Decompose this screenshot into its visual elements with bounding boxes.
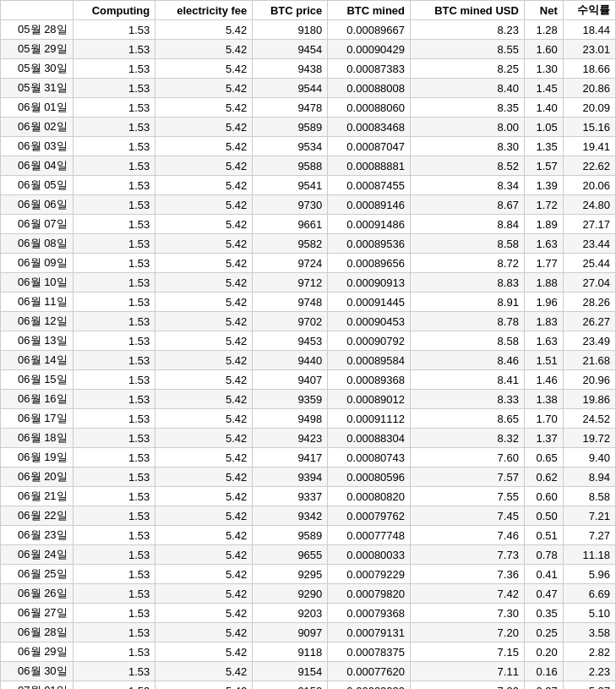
table-row: 06월 24일1.535.4296550.000800337.730.7811.… (1, 545, 616, 565)
table-cell-24-6: 0.60 (524, 487, 563, 506)
table-cell-0-6: 1.28 (524, 20, 563, 40)
table-row: 06월 22일1.535.4293420.000797627.450.507.2… (1, 506, 616, 526)
table-cell-8-4: 0.00087455 (328, 176, 411, 195)
table-cell-8-2: 5.42 (155, 176, 253, 195)
column-header-2: electricity fee (155, 1, 253, 20)
table-cell-15-4: 0.00090453 (328, 312, 411, 331)
table-cell-1-4: 0.00090429 (328, 40, 411, 59)
table-cell-34-2: 5.42 (155, 681, 253, 690)
table-cell-15-2: 5.42 (155, 312, 253, 331)
table-cell-16-5: 8.58 (411, 331, 525, 351)
table-cell-29-4: 0.00079820 (328, 584, 411, 604)
table-cell-7-7: 22.62 (563, 156, 615, 176)
table-row: 06월 10일1.535.4297120.000909138.831.8827.… (1, 273, 616, 293)
table-cell-20-3: 9498 (253, 409, 328, 429)
table-cell-25-3: 9342 (253, 506, 328, 526)
table-cell-5-5: 8.00 (411, 118, 525, 137)
table-cell-13-5: 8.83 (411, 273, 525, 293)
table-cell-10-3: 9661 (253, 215, 328, 234)
table-cell-13-3: 9712 (253, 273, 328, 293)
table-cell-15-7: 26.27 (563, 312, 615, 331)
table-cell-2-0: 05월 30일 (1, 59, 74, 79)
table-cell-2-3: 9438 (253, 59, 328, 79)
table-row: 06월 26일1.535.4292900.000798207.420.476.6… (1, 584, 616, 604)
table-cell-13-6: 1.88 (524, 273, 563, 293)
table-cell-21-6: 1.37 (524, 429, 563, 448)
table-cell-6-6: 1.35 (524, 137, 563, 156)
table-cell-29-3: 9290 (253, 584, 328, 604)
table-cell-19-5: 8.33 (411, 390, 525, 409)
table-cell-3-6: 1.45 (524, 79, 563, 98)
table-cell-18-4: 0.00089368 (328, 370, 411, 390)
table-cell-23-1: 1.53 (73, 468, 155, 487)
table-cell-8-5: 8.34 (411, 176, 525, 195)
table-cell-6-2: 5.42 (155, 137, 253, 156)
table-cell-33-4: 0.00077620 (328, 662, 411, 681)
table-cell-26-5: 7.46 (411, 526, 525, 545)
table-cell-13-1: 1.53 (73, 273, 155, 293)
table-cell-26-2: 5.42 (155, 526, 253, 545)
table-cell-4-3: 9478 (253, 98, 328, 118)
table-row: 06월 28일1.535.4290970.000791317.200.253.5… (1, 623, 616, 643)
table-cell-20-2: 5.42 (155, 409, 253, 429)
table-cell-21-0: 06월 18일 (1, 429, 74, 448)
table-row: 06월 29일1.535.4291180.000783757.150.202.8… (1, 643, 616, 662)
table-cell-28-4: 0.00079229 (328, 565, 411, 584)
table-cell-33-1: 1.53 (73, 662, 155, 681)
table-cell-29-2: 5.42 (155, 584, 253, 604)
table-cell-20-7: 24.52 (563, 409, 615, 429)
table-cell-17-7: 21.68 (563, 351, 615, 370)
table-cell-27-1: 1.53 (73, 545, 155, 565)
table-cell-0-4: 0.00089667 (328, 20, 411, 40)
table-cell-32-0: 06월 29일 (1, 643, 74, 662)
table-cell-12-6: 1.77 (524, 254, 563, 273)
table-cell-6-4: 0.00087047 (328, 137, 411, 156)
table-cell-14-4: 0.00091445 (328, 293, 411, 312)
table-cell-20-6: 1.70 (524, 409, 563, 429)
table-row: 06월 01일1.535.4294780.000880608.351.4020.… (1, 98, 616, 118)
table-cell-5-1: 1.53 (73, 118, 155, 137)
table-row: 06월 21일1.535.4293370.000808207.550.608.5… (1, 487, 616, 506)
table-cell-33-2: 5.42 (155, 662, 253, 681)
table-cell-0-0: 05월 28일 (1, 20, 74, 40)
table-cell-11-4: 0.00089536 (328, 234, 411, 254)
table-cell-25-4: 0.00079762 (328, 506, 411, 526)
table-row: 06월 23일1.535.4295890.000777487.460.517.2… (1, 526, 616, 545)
table-cell-31-1: 1.53 (73, 623, 155, 643)
table-cell-26-0: 06월 23일 (1, 526, 74, 545)
column-header-5: BTC mined USD (411, 1, 525, 20)
table-cell-33-5: 7.11 (411, 662, 525, 681)
table-cell-11-5: 8.58 (411, 234, 525, 254)
table-cell-1-2: 5.42 (155, 40, 253, 59)
table-row: 05월 28일1.535.4291800.000896678.231.2818.… (1, 20, 616, 40)
table-cell-26-1: 1.53 (73, 526, 155, 545)
table-row: 06월 08일1.535.4295820.000895368.581.6323.… (1, 234, 616, 254)
table-cell-8-1: 1.53 (73, 176, 155, 195)
table-row: 05월 30일1.535.4294380.000873838.251.3018.… (1, 59, 616, 79)
table-cell-34-0: 07월 01일 (1, 681, 74, 690)
table-cell-8-6: 1.39 (524, 176, 563, 195)
table-cell-24-7: 8.58 (563, 487, 615, 506)
table-cell-14-5: 8.91 (411, 293, 525, 312)
table-cell-1-7: 23.01 (563, 40, 615, 59)
table-cell-28-3: 9295 (253, 565, 328, 584)
table-cell-11-1: 1.53 (73, 234, 155, 254)
table-cell-17-3: 9440 (253, 351, 328, 370)
table-cell-12-1: 1.53 (73, 254, 155, 273)
table-cell-34-4: 0.00080033 (328, 681, 411, 690)
table-cell-12-0: 06월 09일 (1, 254, 74, 273)
table-row: 06월 09일1.535.4297240.000896568.721.7725.… (1, 254, 616, 273)
table-cell-19-3: 9359 (253, 390, 328, 409)
table-cell-4-7: 20.09 (563, 98, 615, 118)
table-row: 06월 13일1.535.4294530.000907928.581.6323.… (1, 331, 616, 351)
table-cell-5-0: 06월 02일 (1, 118, 74, 137)
table-cell-2-2: 5.42 (155, 59, 253, 79)
table-cell-30-3: 9203 (253, 604, 328, 623)
table-cell-6-3: 9534 (253, 137, 328, 156)
table-cell-17-0: 06월 14일 (1, 351, 74, 370)
table-cell-29-1: 1.53 (73, 584, 155, 604)
table-cell-3-4: 0.00088008 (328, 79, 411, 98)
table-cell-0-1: 1.53 (73, 20, 155, 40)
table-cell-10-4: 0.00091486 (328, 215, 411, 234)
table-cell-9-5: 8.67 (411, 195, 525, 215)
